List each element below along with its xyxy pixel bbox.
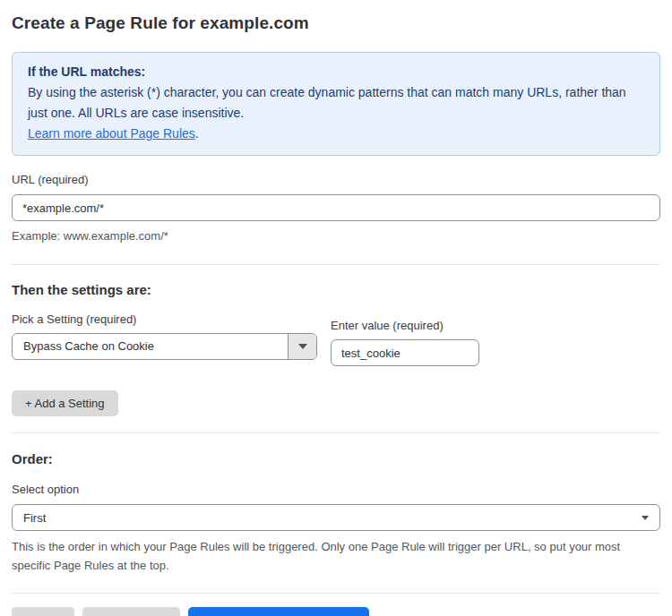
link-suffix: . — [195, 126, 199, 141]
page-rule-form: Create a Page Rule for example.com If th… — [0, 0, 672, 616]
caret-down-icon — [298, 344, 307, 349]
divider — [12, 593, 660, 594]
order-select-label: Select option — [12, 483, 660, 496]
info-box-body: By using the asterisk (*) character, you… — [28, 82, 644, 124]
save-and-deploy-button[interactable]: Save and Deploy Page Rule — [188, 607, 368, 616]
add-setting-button[interactable]: + Add a Setting — [12, 390, 118, 416]
url-matches-info-box: If the URL matches: By using the asteris… — [12, 52, 660, 156]
setting-value-input[interactable] — [331, 339, 479, 366]
caret-down-icon — [642, 516, 649, 520]
divider — [12, 264, 660, 265]
pick-setting-selected-value: Bypass Cache on Cookie — [13, 334, 288, 359]
settings-row: Pick a Setting (required) Bypass Cache o… — [12, 312, 660, 366]
pick-setting-column: Pick a Setting (required) Bypass Cache o… — [12, 312, 317, 360]
page-title: Create a Page Rule for example.com — [12, 13, 660, 33]
order-select[interactable]: First — [12, 504, 660, 531]
divider — [12, 432, 660, 433]
save-as-draft-button[interactable]: Save as Draft — [82, 607, 180, 616]
url-example-helper: Example: www.example.com/* — [12, 227, 660, 245]
learn-more-link[interactable]: Learn more about Page Rules — [28, 126, 195, 141]
order-section-heading: Order: — [12, 451, 660, 466]
url-input[interactable] — [12, 194, 660, 221]
order-selected-value: First — [13, 511, 642, 525]
form-actions: Cancel Save as Draft Save and Deploy Pag… — [12, 607, 660, 616]
settings-section-heading: Then the settings are: — [12, 282, 660, 297]
info-box-link-line: Learn more about Page Rules. — [28, 124, 644, 144]
pick-setting-dropdown[interactable]: Bypass Cache on Cookie — [12, 333, 317, 360]
pick-setting-dropdown-button[interactable] — [288, 334, 316, 359]
order-helper-text: This is the order in which your Page Rul… — [12, 537, 660, 575]
enter-value-column: Enter value (required) — [331, 312, 479, 366]
cancel-button[interactable]: Cancel — [12, 607, 74, 616]
pick-setting-label: Pick a Setting (required) — [12, 312, 317, 326]
enter-value-label: Enter value (required) — [331, 319, 479, 332]
info-box-heading: If the URL matches: — [28, 62, 644, 82]
url-field-label: URL (required) — [12, 173, 660, 186]
